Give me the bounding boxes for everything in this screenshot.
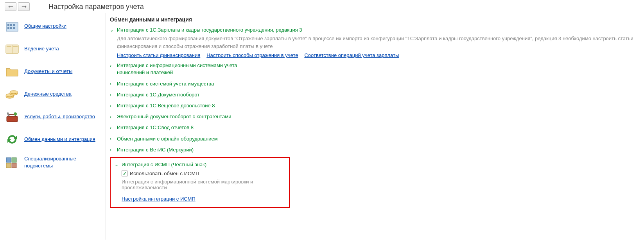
- chevron-right-icon: ›: [110, 124, 115, 131]
- group-header-property[interactable]: › Интеграция с системой учета имущества: [110, 80, 644, 87]
- group-header-svod[interactable]: › Интеграция с 1С:Свод отчетов 8: [110, 124, 644, 131]
- chevron-right-icon: ›: [110, 146, 115, 153]
- sidebar-item-label: Документы и отчеты: [24, 68, 72, 75]
- group-title: Интеграция с 1С:Зарплата и кадры государ…: [117, 27, 302, 34]
- chevron-right-icon: ›: [110, 91, 115, 98]
- link-ismp-settings[interactable]: Настройка интеграции с ИСМП: [122, 196, 196, 202]
- svg-rect-4: [7, 27, 9, 29]
- sidebar-item-specialized[interactable]: Специализированные подсистемы: [5, 151, 106, 174]
- sidebar-item-general[interactable]: Общие настройки: [5, 15, 106, 37]
- svg-rect-3: [13, 24, 15, 26]
- group-header-offline[interactable]: › Обмен данными с офлайн оборудованием: [110, 135, 644, 142]
- link-finance-articles[interactable]: Настроить статьи финансирования: [117, 52, 200, 58]
- ledger-icon: [5, 42, 20, 55]
- section-title: Обмен данными и интеграция: [110, 16, 644, 23]
- arrow-right-icon: 🠖: [22, 4, 27, 9]
- svg-rect-5: [10, 27, 12, 29]
- ismp-highlight-box: ⌄ Интеграция с ИСМП (Честный знак) Испол…: [110, 157, 290, 208]
- arrow-left-icon: 🠔: [8, 4, 13, 9]
- svg-point-16: [14, 112, 17, 116]
- link-reflection-methods[interactable]: Настроить способы отражения в учете: [206, 52, 298, 58]
- svg-rect-0: [6, 23, 18, 31]
- group-header-zkgu[interactable]: ⌄ Интеграция с 1С:Зарплата и кадры госуд…: [110, 27, 644, 34]
- sidebar-item-label: Специализированные подсистемы: [24, 155, 106, 169]
- back-button[interactable]: 🠔: [5, 2, 16, 11]
- group-header-docflow[interactable]: › Интеграция с 1С:Документооборот: [110, 91, 644, 98]
- sidebar-item-label: Общие настройки: [24, 23, 66, 30]
- group-title: Интеграция с 1С:Документооборот: [117, 91, 199, 98]
- chevron-right-icon: ›: [110, 135, 115, 142]
- group-title: Интеграция с ВетИС (Меркурий): [117, 146, 194, 153]
- svg-rect-18: [12, 158, 16, 162]
- sidebar-item-accounting[interactable]: Ведение учета: [5, 37, 106, 60]
- checkbox-use-ismp[interactable]: [122, 171, 127, 176]
- chevron-right-icon: ›: [110, 80, 115, 87]
- svg-rect-2: [10, 24, 12, 26]
- group-header-ismp[interactable]: ⌄ Интеграция с ИСМП (Честный знак): [115, 161, 285, 168]
- ismp-description: Интеграция с информационной системой мар…: [122, 179, 285, 190]
- sidebar-item-label: Ведение учета: [24, 45, 59, 52]
- building-icon: [5, 20, 20, 33]
- group-title: Интеграция с ИСМП (Честный знак): [122, 161, 206, 168]
- svg-rect-8: [7, 46, 11, 47]
- svg-rect-19: [6, 163, 11, 168]
- page-title: Настройка параметров учета: [48, 3, 144, 11]
- sidebar-item-services[interactable]: Услуги, работы, производство: [5, 105, 106, 128]
- group-title: Обмен данными с офлайн оборудованием: [117, 135, 218, 142]
- main-content: Обмен данными и интеграция ⌄ Интеграция …: [106, 13, 644, 240]
- chevron-down-icon: ⌄: [110, 27, 115, 34]
- chevron-right-icon: ›: [110, 62, 115, 69]
- modules-icon: [5, 156, 20, 169]
- group-header-vetis[interactable]: › Интеграция с ВетИС (Меркурий): [110, 146, 644, 153]
- group-title: Интеграция с 1С:Вещевое довольствие 8: [117, 102, 215, 109]
- sidebar-item-label: Обмен данными и интеграция: [24, 136, 95, 143]
- svg-rect-6: [13, 27, 15, 29]
- svg-point-13: [10, 91, 18, 94]
- svg-rect-1: [7, 24, 9, 26]
- group-title: Интеграция с информационными системами у…: [117, 62, 255, 76]
- sidebar: Общие настройки Ведение учета Документы …: [0, 13, 106, 174]
- svg-rect-14: [7, 116, 18, 122]
- chevron-down-icon: ⌄: [115, 161, 119, 168]
- svg-rect-20: [12, 163, 16, 168]
- chevron-right-icon: ›: [110, 113, 115, 120]
- group-title: Интеграция с системой учета имущества: [117, 80, 214, 87]
- checkbox-label: Использовать обмен с ИСМП: [130, 171, 199, 176]
- sidebar-item-label: Денежные средства: [24, 91, 72, 98]
- group-header-edo[interactable]: › Электронный документооборот с контраге…: [110, 113, 644, 120]
- svg-rect-9: [13, 46, 18, 47]
- sidebar-item-documents[interactable]: Документы и отчеты: [5, 60, 106, 83]
- group-header-uniform[interactable]: › Интеграция с 1С:Вещевое довольствие 8: [110, 102, 644, 109]
- sync-icon: [5, 133, 20, 146]
- sidebar-item-label: Услуги, работы, производство: [24, 113, 95, 120]
- sidebar-item-money[interactable]: Денежные средства: [5, 83, 106, 105]
- group-header-info-systems[interactable]: › Интеграция с информационными системами…: [110, 62, 255, 76]
- forward-button[interactable]: 🠖: [18, 2, 30, 11]
- group-title: Интеграция с 1С:Свод отчетов 8: [117, 124, 194, 131]
- link-salary-mapping[interactable]: Соответствие операций учета зарплаты: [304, 52, 399, 58]
- toolbox-icon: [5, 110, 20, 123]
- chevron-right-icon: ›: [110, 102, 115, 109]
- coins-icon: [5, 87, 20, 101]
- group-title: Электронный документооборот с контрагент…: [117, 113, 231, 120]
- folder-icon: [5, 65, 20, 78]
- sidebar-item-exchange[interactable]: Обмен данными и интеграция: [5, 128, 106, 151]
- svg-rect-17: [6, 158, 11, 162]
- group-description: Для автоматического формирования докумен…: [117, 35, 644, 50]
